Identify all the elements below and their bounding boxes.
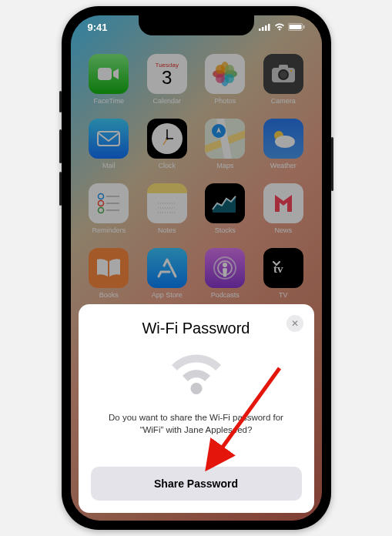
signal-icon bbox=[259, 22, 271, 33]
wifi-password-sheet: ✕ Wi-Fi Password Do you want to share th… bbox=[79, 304, 314, 513]
svg-rect-3 bbox=[268, 24, 270, 31]
notch bbox=[139, 15, 254, 35]
share-password-button[interactable]: Share Password bbox=[91, 467, 302, 501]
close-button[interactable]: ✕ bbox=[286, 315, 303, 332]
sheet-message: Do you want to share the Wi-Fi password … bbox=[91, 411, 302, 436]
wifi-icon bbox=[274, 22, 285, 33]
svg-rect-0 bbox=[259, 28, 261, 31]
silent-switch bbox=[59, 91, 62, 112]
volume-up-button bbox=[59, 129, 62, 163]
phone-frame: 9:41 FaceTime bbox=[62, 6, 331, 530]
battery-icon bbox=[288, 22, 305, 33]
screen: 9:41 FaceTime bbox=[71, 15, 322, 521]
close-icon: ✕ bbox=[291, 318, 299, 329]
volume-down-button bbox=[59, 172, 62, 206]
side-button bbox=[331, 137, 333, 191]
svg-rect-1 bbox=[262, 27, 264, 31]
svg-rect-6 bbox=[303, 25, 305, 28]
status-time: 9:41 bbox=[88, 22, 108, 33]
svg-rect-5 bbox=[289, 25, 301, 29]
svg-rect-2 bbox=[265, 25, 267, 31]
sheet-title: Wi-Fi Password bbox=[91, 320, 302, 337]
wifi-icon bbox=[162, 348, 231, 397]
status-right bbox=[259, 22, 305, 33]
